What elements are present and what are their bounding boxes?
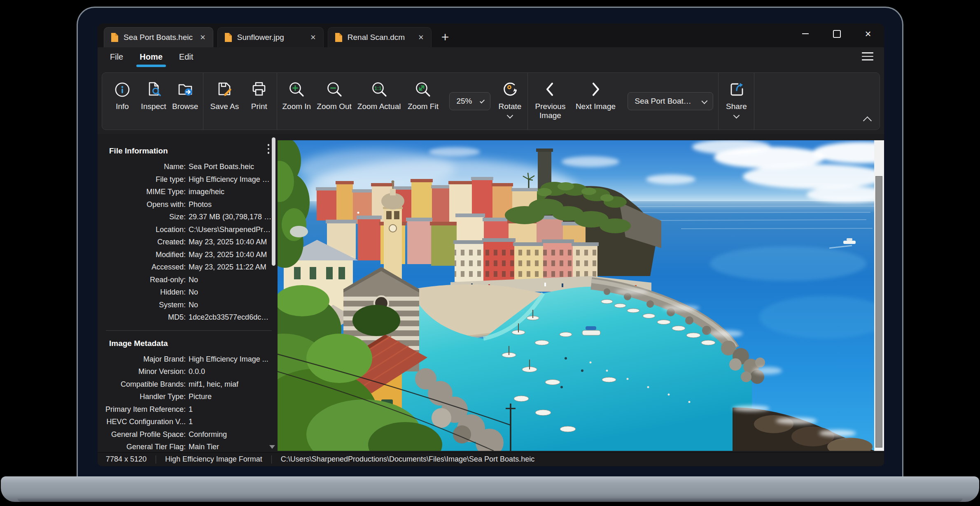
meta-value: Sea Port Boats.heic — [189, 160, 272, 173]
meta-row: General Tier Flag:Main Tier — [105, 441, 272, 452]
meta-label: Read-only: — [105, 274, 186, 286]
rotate-button[interactable]: Rotate — [497, 79, 523, 118]
info-icon — [112, 79, 132, 99]
kebab-menu-icon[interactable] — [268, 144, 270, 154]
meta-label: Size: — [105, 211, 186, 223]
meta-row: Opens with:Photos — [105, 198, 272, 211]
meta-label: System: — [105, 299, 186, 311]
meta-row: Primary Item Reference:1 — [105, 403, 272, 416]
maximize-button[interactable] — [831, 28, 842, 39]
collapse-ribbon-button[interactable] — [863, 116, 872, 125]
chevron-down-icon — [733, 112, 740, 119]
zoom-out-button[interactable]: Zoom Out — [317, 79, 351, 111]
tab-close-icon[interactable]: × — [198, 33, 207, 42]
meta-value: May 23, 2025 11:22 AM — [189, 261, 272, 274]
meta-label: Modified: — [105, 248, 186, 261]
tab-sunflower[interactable]: Sunflower.jpg × — [217, 27, 324, 47]
group-zoom: Zoom In Zoom Out 1:1 — [277, 73, 444, 130]
meta-value: May 23, 2025 10:40 AM — [189, 248, 272, 261]
meta-row: General Profile Space:Conforming — [105, 428, 272, 441]
tab-label: Sea Port Boats.heic — [119, 33, 198, 42]
meta-value: mif1, heic, miaf — [189, 378, 272, 391]
zoom-out-icon — [324, 79, 344, 99]
status-file-path: C:\Users\SharpenedProductions\Documents\… — [281, 455, 534, 464]
scroll-down-arrow-icon[interactable] — [269, 445, 275, 449]
meta-value: High Efficiency Image Format ... — [189, 173, 272, 186]
image-scrollbar-thumb[interactable] — [875, 176, 882, 448]
zoom-fit-icon — [413, 79, 433, 99]
group-rotate: Rotate — [495, 73, 527, 130]
status-separator — [271, 455, 272, 464]
menu-bar: File Home Edit — [98, 47, 884, 67]
section-title: File Information — [109, 146, 272, 156]
meta-value: C:\Users\SharpenedProductio... — [189, 223, 272, 236]
zoom-level-value: 25% — [456, 97, 472, 106]
menu-file[interactable]: File — [109, 51, 124, 63]
chevron-right-icon — [586, 79, 605, 99]
save-as-button[interactable]: Save As — [208, 79, 240, 111]
zoom-in-button[interactable]: Zoom In — [282, 79, 311, 111]
info-button[interactable]: Info — [110, 79, 135, 111]
group-output: Save As Print — [203, 73, 277, 130]
rotate-icon — [500, 79, 520, 99]
meta-value: 1 — [189, 403, 272, 416]
meta-row: Size:29.37 MB (30,798,178 bytes) — [105, 211, 272, 223]
tab-label: Renal Scan.dcm — [343, 33, 417, 42]
hamburger-menu-icon[interactable] — [862, 52, 873, 60]
maximize-icon — [833, 30, 841, 38]
meta-row: MIME Type:image/heic — [105, 186, 272, 198]
meta-label: General Tier Flag: — [105, 441, 186, 452]
meta-row: Accessed:May 23, 2025 11:22 AM — [105, 261, 272, 274]
current-file-dropdown[interactable]: Sea Port Boats.heic — [628, 92, 713, 110]
browse-icon — [175, 79, 195, 99]
ribbon-container: Info Inspect — [98, 67, 884, 134]
menu-home[interactable]: Home — [139, 51, 163, 63]
menu-edit[interactable]: Edit — [178, 51, 194, 63]
next-image-button[interactable]: Next Image — [573, 79, 618, 111]
zoom-actual-button[interactable]: 1:1 Zoom Actual — [357, 79, 401, 111]
sidebar-scrollbar-thumb[interactable] — [272, 137, 275, 266]
meta-label: Location: — [105, 223, 186, 236]
meta-row: Hidden:No — [105, 286, 272, 299]
meta-value: 1dce2cb33577ecd6dc560908e... — [189, 311, 272, 324]
zoom-in-icon — [287, 79, 306, 99]
chevron-down-icon — [701, 98, 707, 104]
close-button[interactable]: × — [863, 28, 873, 39]
print-button[interactable]: Print — [246, 79, 272, 111]
inspect-button[interactable]: Inspect — [141, 79, 166, 111]
meta-label: HEVC Configuration V... — [105, 415, 186, 428]
meta-value: May 23, 2025 10:40 AM — [189, 236, 272, 248]
share-button[interactable]: Share — [723, 79, 749, 118]
tab-close-icon[interactable]: × — [417, 33, 425, 42]
tab-label: Sunflower.jpg — [232, 33, 309, 42]
meta-value: 29.37 MB (30,798,178 bytes) — [189, 211, 272, 223]
previous-image-button[interactable]: Previous Image — [533, 79, 567, 121]
image-metadata-list: Major Brand:High Efficiency Image ...Min… — [105, 353, 272, 453]
tab-sea-port-boats[interactable]: Sea Port Boats.heic × — [104, 27, 213, 47]
status-separator — [156, 455, 156, 464]
browse-button[interactable]: Browse — [172, 79, 198, 111]
meta-value: Photos — [189, 198, 272, 211]
section-divider — [106, 330, 272, 331]
tab-renal-scan[interactable]: Renal Scan.dcm × — [328, 27, 432, 47]
meta-row: Name:Sea Port Boats.heic — [105, 160, 272, 173]
meta-label: MIME Type: — [105, 186, 186, 198]
share-icon — [726, 79, 746, 99]
inspect-icon — [144, 79, 163, 99]
meta-row: HEVC Configuration V...1 — [105, 415, 272, 428]
meta-label: Primary Item Reference: — [105, 403, 186, 416]
tab-bar: Sea Port Boats.heic × Sunflower.jpg × Re… — [98, 23, 884, 47]
tab-close-icon[interactable]: × — [309, 33, 317, 42]
zoom-fit-button[interactable]: Zoom Fit — [406, 79, 439, 111]
minimize-button[interactable] — [800, 28, 811, 39]
meta-value: No — [189, 286, 272, 299]
meta-label: Compatible Brands: — [105, 378, 186, 391]
svg-text:1:1: 1:1 — [374, 86, 382, 91]
zoom-level-dropdown[interactable]: 25% — [449, 92, 490, 110]
meta-label: Handler Type: — [105, 390, 186, 403]
image-scrollbar-track[interactable] — [874, 140, 884, 451]
meta-row: Handler Type:Picture — [105, 390, 272, 403]
new-tab-button[interactable]: + — [441, 31, 449, 43]
meta-label: Name: — [105, 160, 186, 173]
group-current-file: Sea Port Boats.heic — [623, 73, 718, 130]
